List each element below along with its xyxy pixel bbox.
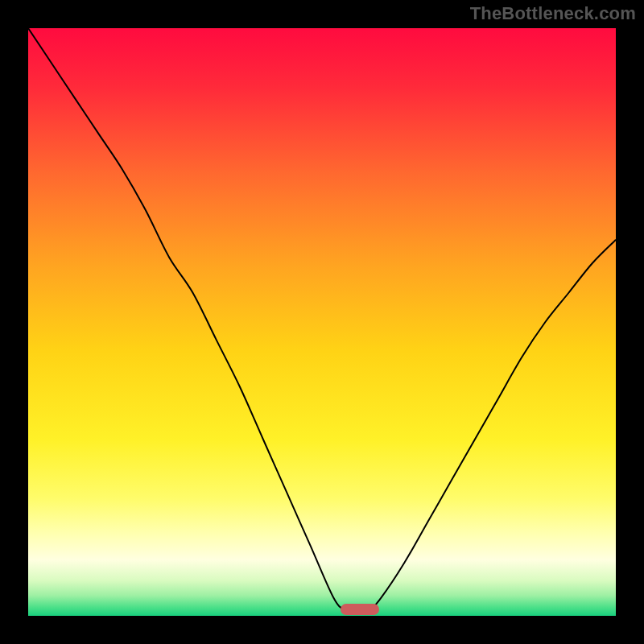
optimal-marker	[341, 604, 379, 615]
attribution-label: TheBottleneck.com	[470, 3, 636, 24]
plot-area	[28, 28, 616, 616]
bottleneck-curve	[28, 28, 616, 616]
chart-frame: TheBottleneck.com	[0, 0, 644, 644]
